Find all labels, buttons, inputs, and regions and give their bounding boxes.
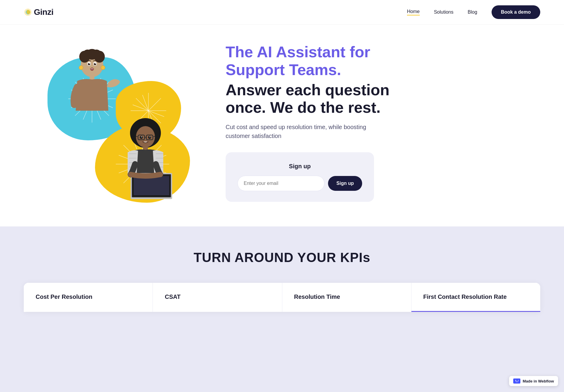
nav-blog[interactable]: Blog [468,9,477,15]
navbar: Ginzi Home Solutions Blog Book a demo [0,0,564,25]
logo-text: Ginzi [34,7,53,17]
svg-point-51 [148,136,151,139]
svg-point-31 [79,66,83,70]
email-input[interactable] [237,176,324,191]
svg-point-44 [136,126,155,147]
kpi-tab-cost[interactable]: Cost Per Resolution [24,283,153,312]
hero-subtitle: Cut cost and speed up resolution time, w… [226,123,392,140]
svg-point-53 [150,137,150,137]
signup-button[interactable]: Sign up [328,176,362,191]
hero-title-dark: Answer each question once. We do the res… [226,81,392,117]
nav-home[interactable]: Home [407,9,420,15]
svg-rect-58 [134,176,169,195]
kpi-tabs: Cost Per Resolution CSAT Resolution Time… [24,283,540,312]
book-demo-button[interactable]: Book a demo [492,5,540,19]
logo[interactable]: Ginzi [24,7,53,17]
svg-point-37 [89,63,90,64]
nav-links: Home Solutions Blog Book a demo [407,5,540,19]
signup-label: Sign up [237,163,362,170]
hero-section: The AI Assistant for Support Teams. Answ… [0,25,564,226]
svg-point-26 [83,50,92,58]
svg-point-52 [141,137,142,137]
hero-title-purple: The AI Assistant for Support Teams. [226,43,392,79]
person-man-svg [110,117,181,206]
kpi-tab-csat[interactable]: CSAT [153,283,282,312]
hero-visual [24,45,208,200]
svg-point-50 [140,136,143,139]
webflow-badge[interactable]: Made in Webflow [509,376,558,386]
kpi-section: TURN AROUND YOUR KPIs Cost Per Resolutio… [0,226,564,392]
svg-point-32 [101,66,105,70]
hero-content: The AI Assistant for Support Teams. Answ… [226,43,392,202]
person-bottom [104,117,187,212]
nav-solutions[interactable]: Solutions [434,9,454,15]
webflow-label: Made in Webflow [523,379,554,383]
ginzi-logo-icon [24,8,32,16]
signup-row: Sign up [237,176,362,191]
kpi-section-title: TURN AROUND YOUR KPIs [24,250,540,265]
svg-rect-59 [513,379,520,384]
svg-point-27 [92,50,101,58]
kpi-tab-first-contact[interactable]: First Contact Resolution Rate [411,283,540,312]
kpi-tab-resolution-time[interactable]: Resolution Time [282,283,411,312]
webflow-icon [513,378,520,384]
svg-point-38 [95,63,96,64]
signup-card: Sign up Sign up [226,152,374,202]
